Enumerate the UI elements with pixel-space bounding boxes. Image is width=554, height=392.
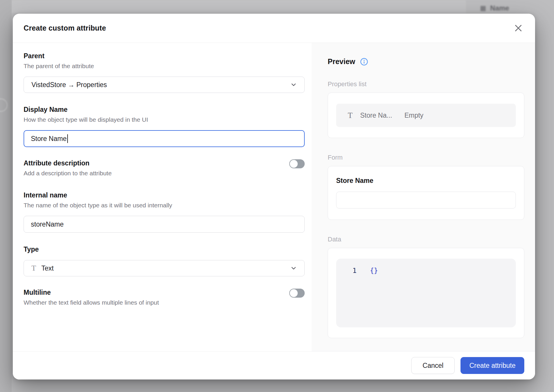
attribute-description-toggle[interactable] <box>289 159 305 168</box>
dialog-body: Parent The parent of the attribute Viste… <box>13 43 535 351</box>
background-table-header: ▦ Name <box>480 4 509 12</box>
info-icon[interactable] <box>360 58 368 66</box>
preview-panel: Preview Properties list T Store Na... Em… <box>312 43 535 351</box>
type-select-value: T Text <box>31 264 290 272</box>
preview-header: Preview <box>328 57 524 66</box>
attribute-description-section: Attribute description Add a description … <box>24 159 305 177</box>
parent-select[interactable]: VistedStore → Properties <box>24 77 305 93</box>
parent-label: Parent <box>24 52 305 60</box>
chevron-down-icon <box>290 264 297 272</box>
dialog-header: Create custom attribute <box>13 14 535 43</box>
form-preview-card: Store Name <box>328 166 524 220</box>
type-label: Type <box>24 245 305 254</box>
type-select[interactable]: T Text <box>24 260 305 276</box>
form-field-input[interactable] <box>336 192 516 209</box>
background-table-header-label: Name <box>490 4 509 12</box>
line-number: 1 <box>336 267 357 274</box>
internal-name-description: The name of the object type as it will b… <box>24 201 305 209</box>
toggle-knob <box>290 289 298 297</box>
create-attribute-button[interactable]: Create attribute <box>461 357 524 374</box>
attribute-description-label: Attribute description <box>24 159 112 167</box>
text-cursor <box>67 134 68 143</box>
dialog-footer: Cancel Create attribute <box>13 351 535 379</box>
display-name-label: Display Name <box>24 105 305 114</box>
type-section: Type T Text <box>24 245 305 276</box>
internal-name-label: Internal name <box>24 191 305 199</box>
internal-name-input[interactable]: storeName <box>24 216 305 233</box>
multiline-section: Multiline Whether the text field allows … <box>24 288 305 307</box>
close-icon <box>514 24 522 32</box>
attribute-form: Parent The parent of the attribute Viste… <box>13 43 312 351</box>
chevron-down-icon <box>290 81 297 89</box>
multiline-label: Multiline <box>24 288 159 297</box>
internal-name-input-value: storeName <box>31 220 63 228</box>
multiline-toggle[interactable] <box>289 289 305 298</box>
property-value: Empty <box>404 112 423 119</box>
text-type-icon: T <box>348 112 353 119</box>
type-select-value-text: Text <box>41 264 54 272</box>
cancel-button[interactable]: Cancel <box>411 357 455 374</box>
parent-select-value: VistedStore → Properties <box>31 81 290 89</box>
form-field-label: Store Name <box>336 177 516 185</box>
parent-description: The parent of the attribute <box>24 62 305 70</box>
json-code-editor[interactable]: 1 {} <box>336 259 516 327</box>
parent-section: Parent The parent of the attribute Viste… <box>24 52 305 93</box>
property-name: Store Na... <box>360 112 392 119</box>
display-name-input-value: Store Name <box>31 135 67 143</box>
internal-name-section: Internal name The name of the object typ… <box>24 191 305 233</box>
properties-list-label: Properties list <box>328 80 524 88</box>
code-content: {} <box>370 267 378 274</box>
multiline-texts: Multiline Whether the text field allows … <box>24 288 159 307</box>
close-button[interactable] <box>511 21 525 35</box>
background-topbar <box>12 0 466 13</box>
attribute-description-description: Add a description to the attribute <box>24 169 112 177</box>
attribute-description-texts: Attribute description Add a description … <box>24 159 112 177</box>
display-name-section: Display Name How the object type will be… <box>24 105 305 147</box>
text-type-icon: T <box>31 264 36 272</box>
display-name-input[interactable]: Store Name <box>24 130 305 147</box>
preview-title: Preview <box>328 57 355 66</box>
display-name-description: How the object type will be displayed in… <box>24 116 305 124</box>
data-preview-label: Data <box>328 236 524 243</box>
grid-icon: ▦ <box>480 4 486 12</box>
form-preview-label: Form <box>328 154 524 161</box>
background-sidebar <box>0 0 12 392</box>
data-preview-card: 1 {} <box>328 248 524 338</box>
multiline-description: Whether the text field allows multiple l… <box>24 299 159 307</box>
property-row[interactable]: T Store Na... Empty <box>336 104 516 127</box>
toggle-knob <box>290 160 298 168</box>
create-custom-attribute-dialog: Create custom attribute Parent The paren… <box>13 14 535 379</box>
properties-list-card: T Store Na... Empty <box>328 93 524 138</box>
dialog-title: Create custom attribute <box>24 24 106 32</box>
